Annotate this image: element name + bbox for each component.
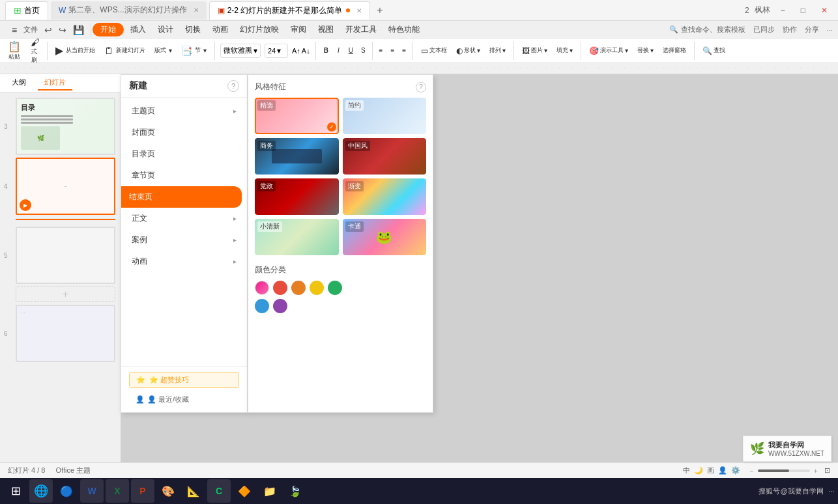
outline-tab[interactable]: 大纲 [5, 76, 33, 91]
nsp-catalog[interactable]: 目录页 [121, 143, 247, 165]
taskbar-start[interactable]: ⊞ [4, 479, 27, 503]
taskbar-icon2[interactable]: 🔵 [55, 479, 78, 503]
taskbar-paint[interactable]: 🎨 [156, 479, 180, 503]
find-btn[interactable]: 🔍 查找 [699, 45, 729, 57]
redo-btn[interactable]: ↪ [56, 23, 69, 36]
slide-thumb-6[interactable]: 6 ··· [16, 305, 115, 362]
taskbar-app1[interactable]: C [207, 479, 231, 503]
italic-btn[interactable]: I [334, 46, 343, 55]
menu-developer[interactable]: 开发工具 [340, 23, 382, 36]
taskbar-calc[interactable]: 📐 [182, 479, 205, 503]
recent-favorites-btn[interactable]: 👤 👤 最近/收藏 [129, 392, 239, 407]
textbox-btn[interactable]: ▭ 文本框 [417, 45, 451, 57]
color-yellow[interactable] [310, 281, 324, 295]
zoom-minus[interactable]: − [749, 467, 753, 475]
nsp-chapter[interactable]: 章节页 [121, 165, 247, 186]
super-tips-btn[interactable]: ⭐ ⭐ 超赞技巧 [129, 372, 239, 388]
play-from-current-btn[interactable]: ▶ 从当前开始 [51, 43, 99, 58]
underline-btn[interactable]: U [345, 46, 357, 55]
style-katong[interactable]: 🐸 卡通 [343, 219, 427, 255]
fill-btn[interactable]: 填充 ▾ [553, 45, 577, 56]
color-blue[interactable] [255, 299, 269, 313]
sync-btn[interactable]: 已同步 [753, 25, 775, 35]
nsp-theme[interactable]: 主题页▸ [121, 100, 247, 122]
save-btn[interactable]: 💾 [70, 23, 87, 36]
undo-btn[interactable]: ↩ [42, 23, 55, 36]
menu-design[interactable]: 设计 [152, 23, 179, 36]
nsp-help[interactable]: ? [227, 80, 239, 92]
bold-btn[interactable]: B [320, 46, 332, 55]
maximize-button[interactable]: □ [796, 5, 811, 16]
slide-thumb-3[interactable]: 3 目录 🌿 [16, 98, 115, 155]
present-tool-btn[interactable]: 🎯 演示工具 ▾ [585, 45, 632, 57]
zoom-slider[interactable] [758, 469, 810, 472]
style-help-icon[interactable]: ? [416, 82, 426, 92]
moon-btn[interactable]: 🌙 [694, 466, 703, 475]
style-zhongguofeng[interactable]: 中国风 [343, 138, 427, 175]
more-btn[interactable]: ··· [827, 26, 833, 34]
close-button[interactable]: ✕ [816, 5, 833, 16]
menu-slideshow[interactable]: 幻灯片放映 [235, 23, 284, 36]
tab-doc2[interactable]: ▣ 2-2 幻灯片的新建并不是那么简单 ✕ [209, 1, 371, 20]
format-painter-btn[interactable]: 🖌 式刷 [27, 36, 43, 66]
align-right-btn[interactable]: ≡ [399, 46, 409, 55]
new-slide-btn[interactable]: 🗒 新建幻灯片 [100, 44, 149, 57]
nsp-cases[interactable]: 案例▸ [121, 229, 247, 251]
layout-btn[interactable]: 版式 ▾ [151, 45, 176, 56]
menu-transition[interactable]: 切换 [180, 23, 206, 36]
settings-btn[interactable]: ⚙️ [731, 466, 740, 475]
menu-review[interactable]: 审阅 [285, 23, 311, 36]
arrange-btn[interactable]: 排列 ▾ [485, 45, 510, 56]
tab-home[interactable]: ⊞ 首页 [5, 1, 48, 20]
style-jingxuan[interactable]: 精选 ✓ [255, 98, 339, 134]
align-center-btn[interactable]: ≡ [388, 46, 397, 55]
fit-btn[interactable]: ⊡ [824, 466, 830, 475]
minimize-button[interactable]: − [775, 5, 790, 16]
shape-btn[interactable]: ◐ 形状 ▾ [452, 45, 484, 57]
paste-btn[interactable]: 📋 粘贴 [3, 39, 26, 63]
play-button-4[interactable]: ▶ [20, 199, 31, 211]
color-red[interactable] [273, 281, 287, 295]
menu-view[interactable]: 视图 [313, 23, 339, 36]
share-btn[interactable]: 分享 [805, 25, 819, 35]
style-jianyue[interactable]: 简约 [343, 98, 427, 134]
color-green[interactable] [328, 281, 342, 295]
taskbar-app2[interactable]: 🔶 [233, 479, 256, 503]
taskbar-browser[interactable]: 🌐 [29, 479, 53, 503]
user-status-btn[interactable]: 👤 [718, 466, 727, 475]
taskbar-word[interactable]: W [80, 479, 104, 503]
tab-doc2-close[interactable]: ✕ [356, 7, 362, 14]
taskbar-folder[interactable]: 📁 [258, 479, 282, 503]
font-increase[interactable]: A↑ [292, 47, 300, 55]
collab-btn[interactable]: 协作 [783, 25, 797, 35]
nsp-content[interactable]: 正文▸ [121, 208, 247, 229]
color-pink[interactable] [255, 281, 269, 295]
taskbar-ppt[interactable]: P [131, 479, 154, 503]
menu-animation[interactable]: 动画 [207, 23, 233, 36]
slide-image-6[interactable]: ··· [16, 305, 115, 362]
slide-image-3[interactable]: 目录 🌿 [16, 98, 115, 155]
menu-insert[interactable]: 插入 [125, 23, 151, 36]
nsp-end[interactable]: 结束页 [121, 186, 242, 208]
image-btn[interactable]: 🖼 图片 ▾ [518, 45, 551, 57]
slide-thumb-4[interactable]: 4 ··· ▶ [16, 158, 115, 215]
nsp-animation[interactable]: 动画▸ [121, 251, 247, 272]
zoom-plus[interactable]: + [814, 467, 818, 475]
color-purple[interactable] [273, 299, 287, 313]
add-tab-button[interactable]: + [373, 5, 386, 16]
style-xiaoqingxin[interactable]: 小清新 [255, 219, 339, 255]
taskbar-wps[interactable]: 🍃 [283, 479, 307, 503]
search-command[interactable]: 🔍 查找命令、搜索模板 [669, 25, 745, 35]
file-menu[interactable]: 文件 [21, 23, 40, 36]
slide-image-4[interactable]: ··· ▶ [16, 158, 115, 215]
font-decrease[interactable]: A↓ [302, 47, 310, 55]
align-left-btn[interactable]: ≡ [377, 46, 386, 55]
canvas-btn[interactable]: 画 [707, 466, 714, 475]
replace-btn[interactable]: 替换 ▾ [633, 45, 657, 56]
style-shangwu[interactable]: 商务 [255, 138, 339, 175]
slides-tab[interactable]: 幻灯片 [38, 76, 72, 91]
color-orange[interactable] [291, 281, 306, 295]
nsp-cover[interactable]: 封面页 [121, 122, 247, 143]
select-pane-btn[interactable]: 选择窗格 [659, 45, 690, 56]
tab-doc1[interactable]: W 第二章、WPS...演示的幻灯片操作 ✕ [51, 1, 207, 20]
